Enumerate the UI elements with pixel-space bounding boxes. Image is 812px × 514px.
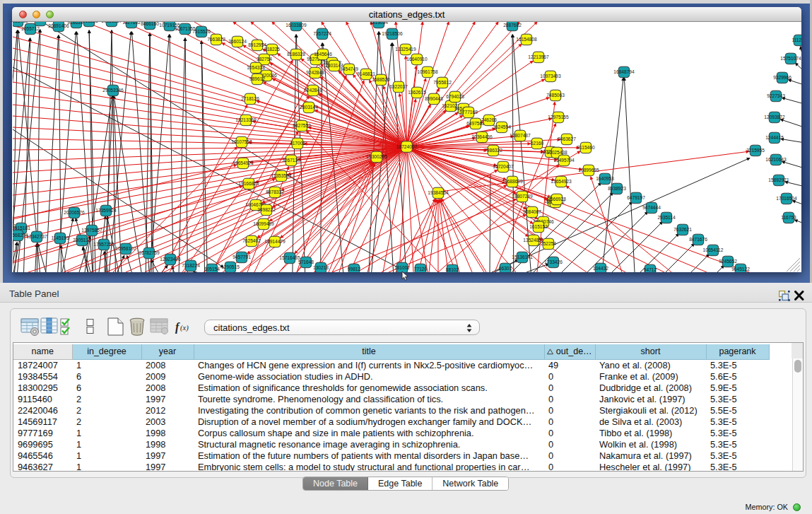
svg-text:9084067: 9084067: [523, 209, 541, 214]
svg-text:14055712: 14055712: [13, 22, 28, 23]
svg-text:19166825: 19166825: [238, 181, 259, 186]
svg-text:3215955: 3215955: [746, 148, 765, 153]
svg-text:252254: 252254: [541, 241, 556, 246]
svg-text:10107553: 10107553: [231, 139, 252, 144]
svg-text:9645122: 9645122: [731, 267, 750, 271]
svg-text:1733426: 1733426: [544, 259, 563, 264]
svg-text:f: f: [175, 321, 180, 334]
svg-text:9245652: 9245652: [719, 259, 737, 264]
svg-text:905154: 905154: [204, 267, 220, 271]
svg-text:11353594: 11353594: [271, 173, 292, 178]
svg-text:1244415: 1244415: [765, 135, 784, 140]
svg-text:7625402: 7625402: [242, 238, 261, 243]
svg-text:8990448: 8990448: [425, 96, 443, 101]
svg-text:10899695: 10899695: [578, 168, 599, 173]
svg-text:99812: 99812: [348, 267, 361, 271]
svg-text:12213369: 12213369: [235, 117, 257, 122]
svg-text:88102: 88102: [446, 267, 459, 272]
svg-text:7955812: 7955812: [433, 80, 452, 85]
svg-text:8466160: 8466160: [141, 22, 159, 26]
svg-text:1527602: 1527602: [122, 22, 141, 25]
svg-text:16848794: 16848794: [613, 69, 635, 74]
svg-text:94712: 94712: [644, 267, 657, 272]
svg-text:1145193: 1145193: [51, 235, 69, 240]
svg-text:16210643: 16210643: [765, 157, 787, 162]
svg-text:8813054: 8813054: [370, 22, 388, 25]
svg-text:15136141: 15136141: [512, 255, 533, 259]
svg-text:1640953: 1640953: [596, 176, 614, 181]
svg-text:7566928: 7566928: [548, 197, 566, 201]
svg-text:2803144: 2803144: [300, 105, 318, 110]
svg-text:571648: 571648: [298, 259, 314, 264]
svg-text:29053346: 29053346: [102, 88, 124, 93]
svg-text:3267130: 3267130: [282, 158, 300, 163]
svg-text:13325419: 13325419: [395, 47, 416, 52]
svg-text:7357224: 7357224: [313, 31, 331, 36]
svg-text:12975155: 12975155: [548, 115, 569, 119]
svg-text:8427552: 8427552: [293, 123, 311, 128]
svg-text:9242848: 9242848: [304, 88, 322, 93]
svg-text:10961758: 10961758: [417, 69, 438, 74]
svg-text:8878332: 8878332: [266, 189, 284, 194]
svg-text:111234: 111234: [792, 37, 801, 42]
svg-text:66301: 66301: [499, 266, 512, 271]
svg-text:9146821: 9146821: [357, 71, 375, 76]
svg-text:104432: 104432: [593, 266, 608, 271]
svg-text:18724007: 18724007: [396, 144, 418, 149]
svg-text:2055712: 2055712: [21, 26, 40, 31]
svg-text:15495794: 15495794: [553, 158, 575, 163]
svg-text:20691406: 20691406: [48, 23, 69, 28]
svg-text:3660124: 3660124: [228, 39, 247, 44]
svg-text:8454749: 8454749: [340, 66, 358, 71]
svg-text:17957255: 17957255: [93, 242, 114, 247]
svg-text:10973493: 10973493: [540, 74, 561, 78]
svg-text:12923446: 12923446: [160, 257, 181, 262]
svg-text:16782759: 16782759: [139, 250, 160, 255]
svg-text:3498222: 3498222: [257, 207, 276, 212]
svg-text:19300295: 19300295: [366, 154, 387, 159]
svg-text:2718126: 2718126: [241, 96, 259, 101]
svg-text:130218: 130218: [313, 265, 329, 270]
svg-text:6479197: 6479197: [627, 195, 645, 200]
svg-text:7986322: 7986322: [484, 148, 502, 153]
svg-text:20364436: 20364436: [471, 134, 493, 139]
svg-text:62160: 62160: [531, 141, 544, 146]
svg-text:9115460: 9115460: [577, 145, 595, 150]
svg-text:18807249: 18807249: [512, 194, 533, 199]
svg-text:19384554: 19384554: [428, 190, 449, 195]
svg-text:16154808: 16154808: [516, 37, 537, 42]
svg-text:7318224: 7318224: [182, 263, 200, 268]
svg-text:9242848: 9242848: [306, 70, 324, 75]
svg-text:10958107: 10958107: [115, 246, 136, 251]
svg-text:2887682: 2887682: [503, 23, 522, 28]
svg-text:77120: 77120: [414, 267, 428, 271]
svg-text:13654923: 13654923: [551, 179, 572, 184]
svg-text:7485063: 7485063: [546, 93, 565, 98]
svg-text:15716485: 15716485: [279, 255, 300, 260]
svg-text:1290515: 1290515: [221, 264, 240, 269]
svg-text:8186328: 8186328: [287, 52, 305, 57]
svg-text:8938923: 8938923: [608, 186, 626, 191]
svg-text:12213967: 12213967: [528, 54, 549, 59]
svg-text:15751074: 15751074: [780, 56, 801, 61]
svg-text:8471676: 8471676: [689, 237, 707, 242]
svg-text:20206576: 20206576: [64, 210, 85, 215]
svg-text:9474444: 9474444: [642, 205, 661, 210]
svg-text:7513322: 7513322: [80, 22, 98, 23]
svg-text:16914479: 16914479: [264, 239, 286, 244]
svg-text:382754: 382754: [257, 57, 272, 62]
svg-text:19654923: 19654923: [233, 160, 254, 165]
svg-text:818225: 818225: [264, 47, 280, 52]
svg-text:746266: 746266: [481, 117, 497, 122]
svg-text:10688609: 10688609: [502, 179, 523, 184]
svg-text:10807487: 10807487: [510, 133, 531, 138]
svg-text:7663822: 7663822: [207, 37, 225, 42]
svg-text:7632621: 7632621: [673, 227, 692, 232]
svg-text:6794028: 6794028: [446, 94, 464, 99]
svg-text:989612: 989612: [249, 76, 265, 81]
svg-text:12093872: 12093872: [764, 115, 785, 119]
svg-text:2305135: 2305135: [73, 238, 91, 243]
svg-text:1588520: 1588520: [372, 77, 390, 82]
svg-text:13975857: 13975857: [81, 228, 102, 233]
svg-text:12342737: 12342737: [26, 234, 47, 239]
